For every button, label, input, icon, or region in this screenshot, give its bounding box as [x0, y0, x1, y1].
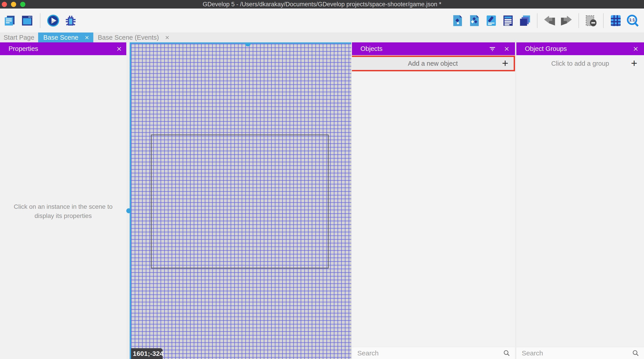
toolbar-separator — [603, 13, 604, 28]
plus-icon[interactable]: + — [631, 58, 637, 68]
add-group-button[interactable]: Click to add a group + — [516, 56, 644, 71]
properties-empty-message: Click on an instance in the scene to dis… — [0, 202, 126, 220]
cursor-coordinates-badge: 1601;-324 — [130, 348, 163, 359]
objects-search-input[interactable] — [352, 349, 503, 357]
instances-list-icon[interactable] — [502, 14, 514, 27]
plus-icon[interactable]: + — [502, 58, 508, 68]
object-groups-search-input[interactable] — [516, 349, 632, 357]
panel-title: Object Groups — [516, 45, 567, 52]
objects-search-row — [352, 347, 515, 359]
svg-text:1:1: 1:1 — [629, 18, 635, 22]
panel-title: Properties — [0, 45, 38, 52]
project-manager-icon[interactable] — [3, 14, 16, 27]
properties-panel-header: Properties — [0, 42, 126, 55]
close-panel-icon[interactable] — [633, 46, 638, 51]
debug-icon[interactable] — [64, 14, 77, 27]
render-mask-icon[interactable] — [584, 14, 598, 27]
undo-icon[interactable] — [543, 14, 556, 27]
close-panel-icon[interactable] — [504, 46, 509, 51]
search-icon — [503, 349, 515, 357]
window-title: GDevelop 5 - /Users/dkarakay/Documents/G… — [0, 1, 644, 8]
scene-canvas[interactable]: 1601;-324 — [130, 42, 351, 359]
close-panel-icon[interactable] — [117, 46, 122, 51]
search-icon — [632, 349, 644, 357]
add-new-object-button[interactable]: Add a new object + — [352, 57, 514, 70]
filter-icon[interactable] — [489, 46, 496, 52]
layers-icon[interactable] — [518, 14, 532, 27]
objects-panel-header: Objects — [352, 42, 515, 55]
tab-base-scene-events[interactable]: Base Scene (Events) — [93, 32, 173, 42]
close-tab-icon[interactable] — [165, 35, 170, 40]
play-preview-icon[interactable] — [47, 14, 60, 27]
grid-icon[interactable] — [609, 14, 622, 27]
selection-handle-left[interactable] — [126, 208, 131, 213]
zoom-1-1-icon[interactable]: 1:1 — [626, 14, 639, 27]
annotation-highlight-box: Add a new object + — [352, 56, 515, 71]
toolbar-separator — [40, 13, 40, 28]
object-groups-search-row — [516, 347, 644, 359]
toolbar-separator — [578, 13, 579, 28]
scene-properties-icon[interactable] — [485, 14, 498, 27]
editor-content: Properties Click on an instance in the s… — [0, 42, 644, 359]
editor-tabbar: Start Page Base Scene Base Scene (Events… — [0, 32, 644, 42]
close-tab-icon[interactable] — [84, 35, 89, 40]
tab-base-scene[interactable]: Base Scene — [38, 32, 93, 42]
redo-icon[interactable] — [560, 14, 573, 27]
titlebar: GDevelop 5 - /Users/dkarakay/Documents/G… — [0, 0, 644, 8]
tab-start-page[interactable]: Start Page — [0, 32, 38, 42]
main-toolbar: 1:1 — [0, 8, 644, 32]
scene-window-icon[interactable] — [21, 14, 34, 27]
panel-title: Objects — [352, 45, 382, 52]
object-groups-panel: Object Groups Click to add a group + — [516, 42, 644, 359]
scene-window-rect — [151, 134, 328, 268]
objects-editor-icon[interactable] — [451, 14, 464, 27]
object-groups-panel-header: Object Groups — [516, 42, 644, 55]
objects-panel: Objects Add a new object + — [352, 42, 515, 359]
properties-panel: Properties Click on an instance in the s… — [0, 42, 126, 359]
object-groups-editor-icon[interactable] — [468, 14, 481, 27]
toolbar-separator — [537, 13, 538, 28]
